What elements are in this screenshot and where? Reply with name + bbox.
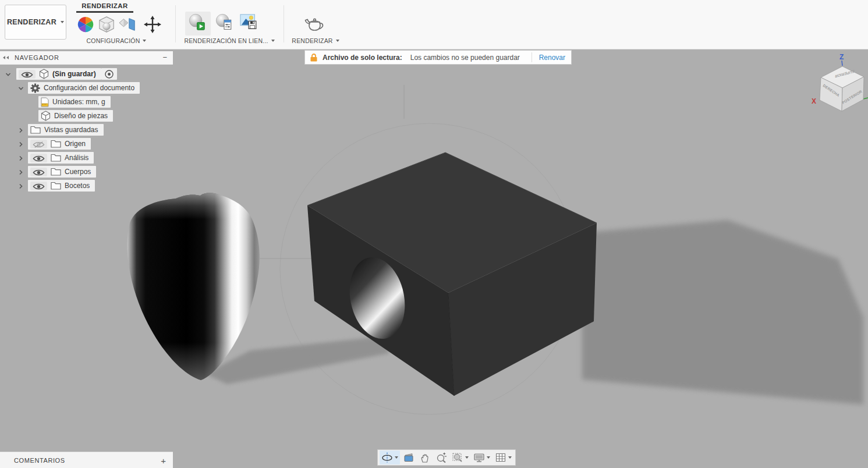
axis-y-stub — [863, 98, 868, 99]
tree-row-label: Cuerpos — [65, 168, 91, 176]
tree-row[interactable]: Vistas guardadas — [28, 124, 104, 136]
tree-row[interactable]: Bocetos — [28, 180, 95, 192]
viewcube[interactable]: Z X SUPERIOR DERECHA POSTERIOR — [803, 50, 868, 119]
pan-icon[interactable] — [417, 451, 433, 465]
toolbar-separator — [284, 5, 284, 42]
tree-row[interactable]: Configuración del documento — [28, 82, 140, 94]
display-settings-icon[interactable] — [472, 451, 492, 465]
navigator-header: NAVEGADOR − — [0, 51, 173, 65]
chevron-down-icon — [271, 40, 275, 42]
navigator-title: NAVEGADOR — [15, 54, 59, 61]
chevron-right-icon[interactable] — [17, 126, 26, 135]
group-label: CONFIGURACIÓN — [87, 37, 140, 44]
tab-renderizar[interactable]: RENDERIZAR — [76, 0, 133, 11]
gear-icon — [30, 83, 40, 93]
top-toolbar: RENDERIZAR RENDERIZAR — [0, 0, 868, 49]
tree-row[interactable]: Unidades: mm, g — [38, 96, 111, 108]
comments-title: COMENTARIOS — [14, 457, 65, 464]
tree-row-label: Unidades: mm, g — [52, 98, 105, 106]
chevron-down-icon — [143, 40, 146, 42]
tree-row[interactable]: (Sin guardar) — [16, 68, 101, 80]
axis-z-label: Z — [839, 53, 844, 61]
zoom-icon[interactable] — [434, 451, 449, 465]
tree-row[interactable]: Cuerpos — [28, 166, 96, 178]
appearance-wheel-icon[interactable] — [76, 15, 95, 34]
doc-ruler-icon — [41, 97, 49, 107]
cube-icon — [41, 111, 51, 121]
eye-icon[interactable] — [30, 182, 47, 190]
workspace-selector-label: RENDERIZAR — [7, 18, 56, 26]
tree-row-label: (Sin guardar) — [52, 70, 96, 78]
toolbar-separator — [175, 5, 176, 42]
axis-x-label: X — [812, 97, 816, 105]
folder-icon — [30, 126, 41, 134]
add-comment-button[interactable]: + — [161, 456, 166, 466]
capture-image-icon[interactable] — [240, 13, 260, 33]
readonly-message: Los cambios no se pueden guardar — [410, 54, 520, 62]
readonly-warning-bar: Archivo de solo lectura: Los cambios no … — [304, 50, 572, 65]
look-at-icon[interactable] — [401, 451, 416, 465]
orbit-icon[interactable] — [380, 451, 400, 465]
tree-row-label: Análisis — [65, 154, 88, 162]
tab-label: RENDERIZAR — [82, 2, 127, 9]
chevron-down-icon — [487, 456, 490, 459]
folder-icon — [51, 140, 61, 148]
scene-settings-icon[interactable] — [97, 15, 116, 34]
group-label: RENDERIZACIÓN EN LIEN... — [184, 37, 268, 44]
tree-row[interactable]: Análisis — [28, 152, 94, 164]
eye-icon[interactable] — [30, 154, 47, 162]
chevron-down-icon — [465, 456, 469, 459]
navigator-tree: (Sin guardar)Configuración del documento… — [0, 0, 186, 468]
chevron-down-icon — [336, 40, 339, 42]
cube-icon — [39, 69, 49, 79]
chevron-right-icon[interactable] — [17, 168, 26, 177]
readonly-title: Archivo de solo lectura: — [323, 54, 402, 62]
in-canvas-render-icon[interactable] — [187, 13, 207, 33]
chevron-down-icon[interactable] — [17, 84, 26, 93]
lock-icon — [310, 53, 318, 62]
display-navigation-bar — [377, 449, 516, 466]
chevron-down-icon — [61, 21, 64, 23]
render-dropdown[interactable]: RENDERIZAR — [286, 36, 345, 45]
chevron-right-icon[interactable] — [17, 182, 26, 191]
chevron-right-icon[interactable] — [17, 154, 26, 163]
chevron-down-icon — [508, 456, 512, 459]
tree-row-label: Configuración del documento — [44, 84, 134, 92]
folder-icon — [51, 154, 61, 162]
in-canvas-render-dropdown[interactable]: RENDERIZACIÓN EN LIEN... — [179, 36, 279, 45]
fusion-window: RENDERIZAR RENDERIZAR — [0, 0, 868, 468]
eye-icon[interactable] — [19, 70, 36, 79]
comments-panel[interactable]: COMENTARIOS + — [0, 452, 173, 468]
readonly-divider — [532, 52, 532, 62]
move-texture-icon[interactable] — [143, 15, 162, 34]
tree-row[interactable]: Origen — [28, 138, 91, 150]
configuracion-dropdown[interactable]: CONFIGURACIÓN — [69, 36, 164, 45]
render-teapot-icon[interactable] — [302, 15, 327, 34]
tree-row-label: Bocetos — [65, 182, 90, 190]
in-canvas-render-settings-icon[interactable] — [214, 13, 234, 33]
activate-component-radio[interactable] — [101, 68, 117, 80]
eye-icon[interactable] — [30, 168, 47, 176]
decal-icon[interactable] — [118, 15, 137, 34]
folder-icon — [51, 182, 61, 190]
active-tab-underline — [76, 11, 133, 13]
grid-icon[interactable] — [493, 451, 513, 465]
tree-row[interactable]: Diseño de piezas — [38, 110, 113, 122]
tree-row-label: Diseño de piezas — [54, 112, 108, 120]
renovar-link[interactable]: Renovar — [539, 54, 565, 62]
tree-row-label: Vistas guardadas — [44, 126, 98, 134]
zoom-window-icon[interactable] — [450, 451, 470, 465]
chevron-down-icon[interactable] — [5, 70, 13, 79]
group-label: RENDERIZAR — [292, 37, 332, 44]
workspace-selector-button[interactable]: RENDERIZAR — [5, 5, 66, 40]
collapse-panel-icon[interactable] — [3, 56, 9, 59]
eye-off-icon[interactable] — [30, 140, 47, 148]
chevron-right-icon[interactable] — [17, 140, 26, 149]
tree-row-label: Origen — [65, 140, 86, 148]
chevron-down-icon — [395, 456, 398, 459]
folder-icon — [51, 168, 61, 176]
minimize-panel-button[interactable]: − — [162, 55, 167, 61]
